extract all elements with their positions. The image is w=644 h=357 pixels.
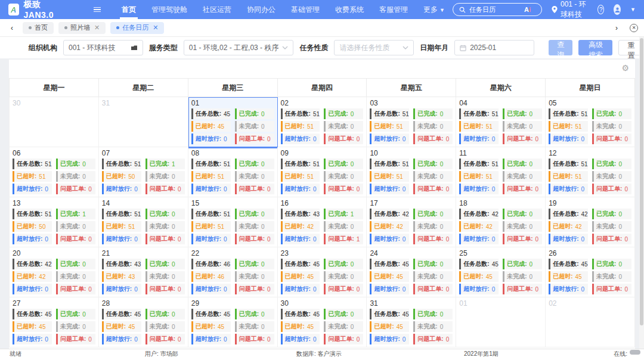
stat-incomplete: 未完成:0	[235, 171, 274, 182]
tab-任务日历[interactable]: 任务日历✕	[110, 22, 164, 34]
calendar-cell-01[interactable]: 01任务总数:45已完成:0已超时:45未完成:0超时放行:0问题工单:0	[188, 97, 278, 147]
calendar-cell-18[interactable]: 18任务总数:42已完成:0已超时:42未完成:0超时放行:0问题工单:0	[456, 197, 546, 247]
stat-overdue: 已超时:51	[191, 221, 231, 232]
tab-close-icon[interactable]: ✕	[153, 24, 158, 32]
calendar-cell-06[interactable]: 06任务总数:51已完成:0已超时:51未完成:0超时放行:0问题工单:0	[10, 147, 99, 197]
calendar-cell-08[interactable]: 08任务总数:51已完成:0已超时:51未完成:0超时放行:0问题工单:0	[188, 147, 278, 197]
calendar-cell-09[interactable]: 09任务总数:51已完成:0已超时:51未完成:0超时放行:0问题工单:0	[278, 147, 367, 197]
stat-problem: 问题工单:0	[503, 184, 542, 194]
menu-item-基础管理[interactable]: 基础管理	[283, 0, 327, 19]
calendar-weekday-header: 星期一星期二星期三星期四星期五星期六星期日	[9, 78, 635, 97]
calendar-cell-29[interactable]: 29任务总数:45已完成:0已超时:45未完成:0超时放行:0问题工单:0	[188, 297, 278, 347]
stat-problem: 问题工单:0	[324, 284, 363, 294]
calendar-cell-20[interactable]: 20任务总数:42已完成:0已超时:42未完成:0超时放行:0问题工单:0	[10, 247, 99, 297]
calendar-cell-27[interactable]: 27任务总数:45已完成:0已超时:45未完成:0超时放行:0问题工单:0	[10, 297, 99, 347]
calendar-cell-02[interactable]: 02	[546, 297, 635, 347]
calendar-cell-22[interactable]: 22任务总数:46已完成:0已超时:46未完成:0超时放行:0问题工单:0	[188, 247, 278, 297]
tabs-scroll-left-icon[interactable]: ‹	[6, 24, 18, 32]
calendar-cell-26[interactable]: 26任务总数:45已完成:0已超时:45未完成:0超时放行:0问题工单:0	[546, 247, 635, 297]
stat-completed: 已完成:0	[592, 259, 631, 269]
tab-照片墙[interactable]: 照片墙✕	[58, 22, 106, 34]
calendar-cell-07[interactable]: 07任务总数:51已完成:1已超时:50未完成:0超时放行:0问题工单:0	[99, 147, 188, 197]
calendar-cell-11[interactable]: 11任务总数:51已完成:0已超时:51未完成:0超时放行:0问题工单:0	[456, 147, 546, 197]
stat-incomplete: 未完成:0	[592, 171, 631, 182]
tab-close-icon[interactable]: ✕	[94, 24, 100, 32]
app-logo-icon: A	[8, 4, 19, 15]
org-filter-label: 组织机构	[29, 43, 57, 53]
org-picker-icon[interactable]	[131, 45, 138, 51]
calendar-cell-19[interactable]: 19任务总数:42已完成:0已超时:42未完成:0超时放行:0问题工单:0	[546, 197, 635, 247]
vertical-scrollbar[interactable]	[639, 37, 644, 349]
calendar-cell-16[interactable]: 16任务总数:43已完成:1已超时:42未完成:0超时放行:0问题工单:1	[278, 197, 367, 247]
service-filter-select[interactable]: 01 - 环境,02 - 工程,03 - 秩序	[184, 40, 294, 55]
tabs-scroll-right-icon[interactable]: ›	[611, 24, 623, 32]
cell-date: 30	[13, 98, 95, 108]
user-avatar[interactable]	[614, 4, 621, 15]
calendar-cell-17[interactable]: 17任务总数:42已完成:0已超时:42未完成:0超时放行:0问题工单:0	[367, 197, 456, 247]
stat-pass: 超时放行:0	[191, 334, 231, 344]
cell-date: 08	[191, 148, 274, 159]
stat-total: 任务总数:45	[281, 259, 320, 269]
menu-item-管理驾驶舱[interactable]: 管理驾驶舱	[144, 0, 195, 19]
stat-incomplete: 未完成:0	[235, 271, 274, 282]
cell-date: 06	[13, 148, 95, 159]
menu-item-首页[interactable]: 首页	[114, 0, 144, 19]
stat-overdue: 已超时:51	[549, 171, 588, 182]
org-filter-value[interactable]	[69, 44, 127, 52]
calendar-cell-15[interactable]: 15任务总数:51已完成:0已超时:51未完成:0超时放行:0问题工单:0	[188, 197, 278, 247]
gear-icon[interactable]: ⚙	[621, 63, 629, 73]
calendar-cell-25[interactable]: 25任务总数:45已完成:0已超时:45未完成:0超时放行:0问题工单:0	[456, 247, 546, 297]
menu-collapse-icon[interactable]	[94, 7, 101, 13]
calendar-cell-30[interactable]: 30任务总数:45已完成:0已超时:45未完成:0超时放行:0问题工单:0	[278, 297, 367, 347]
stat-total: 任务总数:42	[549, 209, 588, 219]
calendar-cell-23[interactable]: 23任务总数:45已完成:0已超时:45未完成:0超时放行:0问题工单:0	[278, 247, 367, 297]
menu-item-社区运营[interactable]: 社区运营	[195, 0, 239, 19]
user-menu-caret-icon[interactable]: ▼	[630, 7, 636, 13]
calendar-cell-14[interactable]: 14任务总数:51已完成:0已超时:51未完成:0超时放行:0问题工单:0	[99, 197, 188, 247]
calendar-cell-10[interactable]: 10任务总数:51已完成:0已超时:51未完成:0超时放行:0问题工单:0	[367, 147, 456, 197]
search-input[interactable]	[469, 6, 521, 13]
date-filter-value[interactable]	[470, 44, 529, 52]
ai-assistant-icon[interactable]: Ai	[524, 6, 531, 13]
calendar-cell-01[interactable]: 01	[456, 297, 546, 347]
menu-item-客服管理[interactable]: 客服管理	[371, 0, 416, 19]
scrollbar-thumb[interactable]	[640, 38, 643, 325]
org-selector[interactable]: 001 - 环球科技	[552, 0, 588, 20]
stat-overdue: 已超时:46	[191, 271, 231, 282]
calendar-cell-12[interactable]: 12任务总数:51已完成:0已超时:51未完成:0超时放行:0问题工单:0	[546, 147, 635, 197]
calendar-cell-30[interactable]: 30	[10, 97, 99, 147]
menu-item-更多[interactable]: 更多▼	[416, 0, 453, 19]
menu-item-收费系统[interactable]: 收费系统	[327, 0, 371, 19]
cell-date: 30	[281, 299, 364, 309]
stat-completed: 已完成:0	[56, 309, 95, 319]
global-search[interactable]: Ai	[453, 3, 542, 16]
cell-date: 02	[549, 299, 631, 309]
stat-completed: 已完成:0	[413, 108, 453, 119]
org-filter-input[interactable]	[63, 40, 143, 55]
calendar-cell-28[interactable]: 28任务总数:45已完成:0已超时:45未完成:0超时放行:0问题工单:0	[99, 297, 188, 347]
stat-incomplete: 未完成:0	[145, 321, 185, 332]
help-icon[interactable]: ?	[597, 5, 604, 14]
calendar-cell-05[interactable]: 05任务总数:51已完成:0已超时:51未完成:0超时放行:0问题工单:0	[546, 97, 635, 147]
menu-item-协同办公[interactable]: 协同办公	[239, 0, 283, 19]
tab-首页[interactable]: 首页	[23, 22, 54, 34]
stat-problem: 问题工单:0	[235, 134, 274, 144]
stat-incomplete: 未完成:0	[56, 271, 95, 282]
stat-completed: 已完成:0	[503, 209, 542, 219]
calendar-cell-24[interactable]: 24任务总数:45已完成:0已超时:45未完成:0超时放行:0问题工单:0	[367, 247, 456, 297]
calendar-cell-02[interactable]: 02任务总数:51已完成:0已超时:51未完成:0超时放行:0问题工单:0	[278, 97, 367, 147]
close-all-tabs-icon[interactable]: ✕	[630, 24, 638, 32]
query-button[interactable]: 查询	[549, 40, 573, 55]
calendar-cell-03[interactable]: 03任务总数:51已完成:0已超时:51未完成:0超时放行:0问题工单:0	[367, 97, 456, 147]
stat-total: 任务总数:43	[281, 209, 320, 219]
calendar-cell-21[interactable]: 21任务总数:43已完成:0已超时:43未完成:0超时放行:0问题工单:0	[99, 247, 188, 297]
stat-pass: 超时放行:0	[370, 134, 409, 144]
calendar-cell-13[interactable]: 13任务总数:51已完成:1已超时:50未完成:0超时放行:0问题工单:0	[10, 197, 99, 247]
calendar-cell-04[interactable]: 04任务总数:51已完成:0已超时:51未完成:0超时放行:0问题工单:0	[456, 97, 546, 147]
calendar-cell-31[interactable]: 31	[99, 97, 188, 147]
cell-date: 04	[459, 98, 542, 108]
nature-filter-select[interactable]: 请选择任务性质	[334, 40, 414, 55]
date-filter-input[interactable]	[454, 40, 534, 55]
calendar-cell-31[interactable]: 31任务总数:45已完成:0已超时:45未完成:0超时放行:0问题工单:0	[367, 297, 456, 347]
advanced-search-button[interactable]: 高级搜索	[578, 40, 612, 55]
